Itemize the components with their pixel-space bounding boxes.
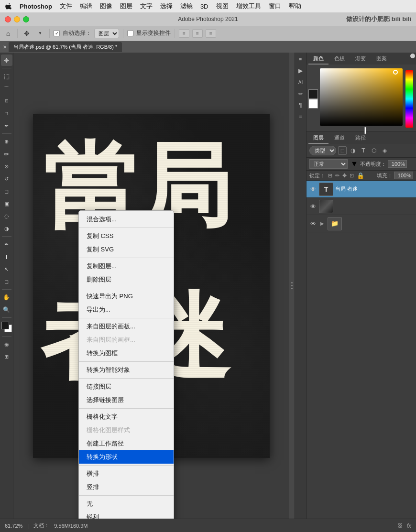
tab-close-icon[interactable]: ✕	[3, 44, 7, 50]
eraser-tool[interactable]: ◻	[1, 185, 12, 197]
menu-3d[interactable]: 3D	[197, 2, 212, 11]
filter-icon-image[interactable]: ⬚	[338, 146, 347, 155]
filter-icon-smart[interactable]: ◈	[380, 146, 389, 155]
layers-settings-icon[interactable]: ≡	[296, 112, 306, 121]
marquee-tool[interactable]: ⬚	[1, 70, 12, 82]
ctx-blend-options[interactable]: 混合选项...	[79, 213, 174, 226]
ctx-link-layers[interactable]: 链接图层	[79, 380, 174, 393]
window-minimize-button[interactable]	[14, 16, 20, 22]
ctx-artboard-from-layer[interactable]: 来自图层的画板...	[79, 320, 174, 333]
layer-select[interactable]: 图层 组	[94, 29, 119, 38]
panel-collapse-strip[interactable]	[289, 53, 295, 519]
history-brush[interactable]: ↺	[1, 173, 12, 185]
align-center-btn[interactable]: ≡	[192, 29, 203, 38]
hand-tool[interactable]: ✋	[1, 292, 12, 303]
ctx-select-linked[interactable]: 选择链接图层	[79, 393, 174, 407]
zoom-tool[interactable]: 🔍	[1, 304, 12, 315]
tab-layers[interactable]: 图层	[308, 133, 328, 144]
tab-swatches[interactable]: 色板	[329, 54, 350, 65]
lock-all-icon[interactable]: 🔒	[357, 172, 364, 179]
opacity-value[interactable]: 100%	[388, 160, 407, 168]
pen-tool[interactable]: ✒	[1, 239, 12, 250]
color-gradient[interactable]	[320, 68, 403, 126]
brush-tool[interactable]: ✏	[1, 148, 12, 160]
ctx-frame-from-layer[interactable]: 来自图层的画框...	[79, 333, 174, 347]
gradient-tool[interactable]: ▣	[1, 198, 12, 209]
color-handle[interactable]	[393, 70, 398, 75]
ctx-sharp[interactable]: 锐利	[79, 510, 174, 519]
ctx-export-as[interactable]: 导出为...	[79, 303, 174, 316]
ctx-duplicate-layer[interactable]: 复制图层...	[79, 260, 174, 273]
color-swatch[interactable]	[1, 322, 12, 332]
auto-select-checkbox[interactable]	[54, 30, 60, 36]
menu-window[interactable]: 窗口	[265, 1, 285, 11]
tab-patterns[interactable]: 图案	[372, 54, 392, 65]
menu-image[interactable]: 图像	[97, 1, 116, 11]
ctx-none[interactable]: 无	[79, 497, 174, 510]
ctx-delete-layer[interactable]: 删除图层	[79, 273, 174, 286]
menu-photoshop[interactable]: Photoshop	[16, 2, 55, 11]
blur-tool[interactable]: ◌	[1, 210, 12, 222]
lock-transparency-icon[interactable]: ⊟	[328, 173, 332, 179]
healing-tool[interactable]: ⊕	[1, 136, 12, 147]
menu-filter[interactable]: 滤镜	[177, 1, 196, 11]
align-left-btn[interactable]: ≡	[179, 29, 189, 38]
link-icon[interactable]: ⛓	[397, 522, 403, 529]
transform-checkbox[interactable]	[127, 30, 133, 36]
ctx-convert-to-shape[interactable]: 转换为形状	[79, 450, 174, 464]
layer-type-filter[interactable]: 类型 名称 效果	[309, 146, 336, 155]
ctx-copy-css[interactable]: 复制 CSS	[79, 229, 174, 243]
move-tool-icon[interactable]: ✥	[22, 28, 32, 39]
color-panel-icon[interactable]: ≡	[296, 54, 306, 64]
layer-visibility-text[interactable]: 👁	[309, 185, 317, 193]
paragraph-icon[interactable]: ¶	[296, 100, 306, 110]
blend-arrow[interactable]: ▼	[350, 160, 357, 168]
menu-layer[interactable]: 图层	[117, 1, 136, 11]
ctx-vertical[interactable]: 竖排	[79, 480, 174, 494]
play-icon[interactable]: ▶	[296, 66, 306, 76]
filter-icon-type[interactable]: T	[359, 146, 368, 155]
ctx-copy-svg[interactable]: 复制 SVG	[79, 243, 174, 256]
fill-value[interactable]: 100%	[394, 172, 413, 179]
ctx-convert-to-frame[interactable]: 转换为图框	[79, 347, 174, 360]
screen-mode-btn[interactable]: ⊞	[1, 351, 12, 362]
menu-view[interactable]: 视图	[213, 1, 232, 11]
menu-select[interactable]: 选择	[157, 1, 176, 11]
crop-tool[interactable]: ⌗	[1, 108, 12, 119]
layer-visibility-group[interactable]: 👁	[309, 220, 317, 228]
tab-color[interactable]: 颜色	[308, 54, 328, 65]
tab-gradients[interactable]: 渐变	[350, 54, 371, 65]
document-tab[interactable]: 当局者迷.psd @ 61.7% (当局 者迷, RGB/8) *	[9, 42, 122, 52]
lasso-tool[interactable]: ⌒	[1, 83, 12, 94]
move-options-icon[interactable]: ▼	[35, 28, 45, 39]
menu-file[interactable]: 文件	[56, 1, 76, 11]
layer-item-group[interactable]: 👁 ▶ 📁	[307, 215, 416, 232]
lock-paint-icon[interactable]: ✏	[335, 173, 339, 179]
home-icon[interactable]: ⌂	[3, 28, 13, 39]
background-preview[interactable]	[308, 99, 318, 109]
ctx-create-work-path[interactable]: 创建工作路径	[79, 437, 174, 450]
ctx-export-png[interactable]: 快速导出为 PNG	[79, 290, 174, 303]
eyedropper-tool[interactable]: ✒	[1, 120, 12, 131]
menu-type[interactable]: 文字	[137, 1, 156, 11]
brush-settings-icon[interactable]: ✏	[296, 89, 306, 98]
move-tool[interactable]: ✥	[1, 54, 12, 66]
properties-icon[interactable]: AI	[296, 77, 306, 87]
lock-position-icon[interactable]: ✥	[342, 173, 347, 179]
layer-item-image[interactable]: 👁	[307, 198, 416, 215]
foreground-preview[interactable]	[308, 89, 318, 99]
lock-artboard-icon[interactable]: ⊡	[350, 173, 354, 179]
foreground-color-swatch[interactable]	[1, 322, 9, 329]
tab-paths[interactable]: 路径	[350, 133, 371, 144]
dodge-tool[interactable]: ◑	[1, 223, 12, 234]
apple-menu-icon[interactable]	[4, 1, 13, 11]
filter-icon-adjust[interactable]: ◑	[349, 146, 357, 155]
ctx-horizontal[interactable]: 横排	[79, 467, 174, 480]
type-tool[interactable]: T	[1, 251, 12, 262]
layer-visibility-image[interactable]: 👁	[309, 203, 317, 210]
object-select-tool[interactable]: ⊡	[1, 95, 12, 107]
clone-tool[interactable]: ⊙	[1, 161, 12, 172]
window-maximize-button[interactable]	[23, 16, 29, 22]
menu-plugins[interactable]: 增效工具	[233, 1, 264, 11]
menu-help[interactable]: 帮助	[285, 1, 305, 11]
